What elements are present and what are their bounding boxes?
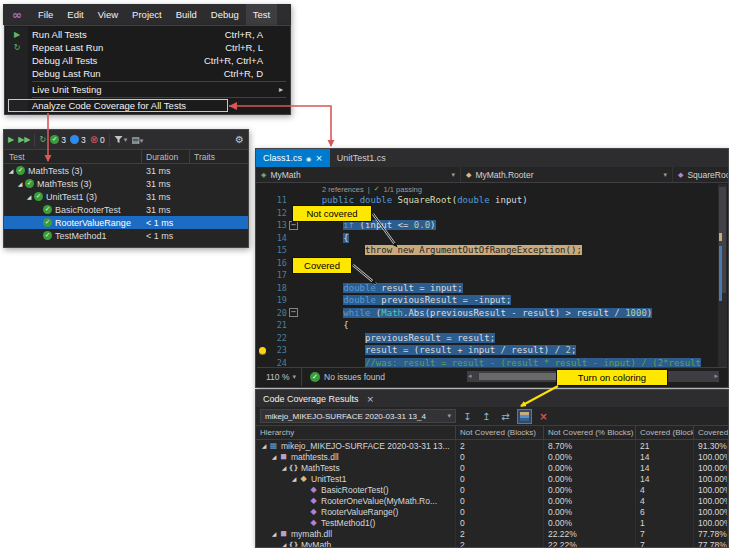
expander-icon[interactable]: ◢ <box>270 530 278 537</box>
close-icon[interactable]: × <box>315 153 323 163</box>
coverage-cell-covered_blocks: 14 <box>636 462 694 473</box>
coverage-row-mikejo-mikejo-surface-2020-03-31-13[interactable]: ◢▦mikejo_MIKEJO-SURFACE 2020-03-31 13...… <box>256 440 728 451</box>
menubar-item-view[interactable]: View <box>91 4 125 25</box>
zoom-level-dropdown[interactable]: 110 % ▾ <box>261 368 302 386</box>
scrollbar-thumb[interactable] <box>479 373 567 380</box>
panel-title[interactable]: Code Coverage Results <box>263 394 359 404</box>
menu-item-live-unit-testing[interactable]: Live Unit Testing▸ <box>5 83 290 96</box>
code-line-21[interactable]: 21 { <box>257 319 718 332</box>
coverage-row-mathtests-dll[interactable]: ◢◼mathtests.dll00.00%14100.00% <box>256 451 728 462</box>
code-line-15[interactable]: 15 throw new ArgumentOutOfRangeException… <box>257 244 718 257</box>
code-line-18[interactable]: 18 double result = input; <box>257 282 718 295</box>
codelens[interactable]: 2 references | ✓ 1/1 passing <box>257 184 718 194</box>
failed-tests-badge[interactable]: ⊗ 0 <box>90 135 105 145</box>
code-line-19[interactable]: 19 double previousResult = -input; <box>257 294 718 307</box>
column-header-test[interactable]: Test <box>4 150 142 163</box>
tab-unittest1-cs[interactable]: UnitTest1.cs <box>330 149 393 167</box>
test-row-mathtests-3[interactable]: ◢✓MathTests (3)31 ms <box>4 164 248 177</box>
line-number: 18 <box>267 283 287 293</box>
submenu-arrow-icon: ▸ <box>279 85 283 94</box>
menu-item-debug-all-tests[interactable]: Debug All TestsCtrl+R, Ctrl+A <box>5 54 290 67</box>
health-check-icon[interactable]: ✓ <box>310 372 320 382</box>
code-line-23[interactable]: 23 result = (result + input / result) / … <box>257 344 718 357</box>
code-token: while <box>343 308 370 318</box>
issues-status[interactable]: No issues found <box>324 372 385 382</box>
repeat-last-run-icon[interactable]: ↻ <box>39 135 46 144</box>
column-header-hierarchy[interactable]: Hierarchy <box>256 426 456 439</box>
column-header-covered-pct[interactable]: Covered (% <box>694 426 728 439</box>
coverage-row-mathtests[interactable]: ◢{}MathTests00.00%14100.00% <box>256 462 728 473</box>
codelens-passing[interactable]: 1/1 passing <box>384 185 422 194</box>
test-row-unittest1-3[interactable]: ◢✓UnitTest1 (3)31 ms <box>4 190 248 203</box>
menubar-item-test[interactable]: Test <box>246 4 277 25</box>
test-row-testmethod1[interactable]: ✓TestMethod1< 1 ms <box>4 229 248 242</box>
test-row-rootervaluerange[interactable]: ✓RooterValueRange< 1 ms <box>4 216 248 229</box>
column-header-covered-blocks[interactable]: Covered (Blocks) <box>636 426 694 439</box>
expander-icon[interactable]: ◢ <box>16 180 24 187</box>
coverage-row-name: ◢{}MathTests <box>256 462 456 473</box>
code-line-24[interactable]: 24 //was: result = result - (result * re… <box>257 357 718 368</box>
expander-icon[interactable]: ◢ <box>25 193 33 200</box>
remove-results-icon[interactable]: × <box>536 409 551 424</box>
scroll-left-icon[interactable]: ◂ <box>468 372 472 380</box>
coverage-cell-not_covered_pct: 0.00% <box>544 462 636 473</box>
expander-icon[interactable]: ◢ <box>270 453 278 460</box>
code-line-20[interactable]: 20− while (Math.Abs(previousResult - res… <box>257 307 718 320</box>
expander-icon[interactable]: ◢ <box>280 541 288 548</box>
expander-icon[interactable]: ◢ <box>7 167 15 174</box>
run-all-tests-icon[interactable]: ▶▶ <box>18 135 30 144</box>
fold-collapse-icon[interactable]: − <box>289 308 298 317</box>
expander-icon[interactable]: ◢ <box>290 475 298 482</box>
coverage-row-testmethod1[interactable]: ◆TestMethod1()00.00%1100.00% <box>256 517 728 528</box>
column-header-not-covered-blocks[interactable]: Not Covered (Blocks) <box>456 426 544 439</box>
coverage-report-dropdown[interactable]: mikejo_MIKEJO-SURFACE 2020-03-31 13_4 ▾ <box>260 409 456 423</box>
member-dropdown[interactable]: ◆ SquareRoot <box>673 167 728 182</box>
menubar-item-edit[interactable]: Edit <box>60 4 90 25</box>
coverage-row-rooteronevalue-mymath-ro[interactable]: ◆RooterOneValue(MyMath.Ro...00.00%4100.0… <box>256 495 728 506</box>
menubar-item-debug[interactable]: Debug <box>204 4 246 25</box>
export-results-icon[interactable]: ↥ <box>479 409 494 424</box>
coverage-row-mymath-dll[interactable]: ◢◼mymath.dll222.22%777.78% <box>256 528 728 539</box>
menubar-item-file[interactable]: File <box>31 4 60 25</box>
code-text: previousResult = result; <box>300 333 495 343</box>
column-header-traits[interactable]: Traits <box>190 152 248 162</box>
settings-gear-icon[interactable]: ⚙ <box>235 134 244 145</box>
coverage-row-basicrootertest[interactable]: ◆BasicRooterTest()00.00%4100.00% <box>256 484 728 495</box>
pin-icon[interactable]: ◉ <box>306 155 311 162</box>
run-tests-icon[interactable]: ▶ <box>8 135 14 144</box>
column-header-duration[interactable]: Duration <box>142 150 190 163</box>
column-header-not-covered-pct[interactable]: Not Covered (% Blocks) <box>544 426 636 439</box>
type-dropdown[interactable]: ◆ MyMath.Rooter ▾ <box>461 167 673 182</box>
import-results-icon[interactable]: ↧ <box>460 409 475 424</box>
menu-item-debug-last-run[interactable]: Debug Last RunCtrl+R, D <box>5 67 290 80</box>
passed-tests-badge[interactable]: ✓ 3 <box>50 135 66 145</box>
menu-item-run-all-tests[interactable]: ▶Run All TestsCtrl+R, A <box>5 28 290 41</box>
coverage-row-name: ◆BasicRooterTest() <box>256 484 456 495</box>
menu-item-repeat-last-run[interactable]: ↻Repeat Last RunCtrl+R, L <box>5 41 290 54</box>
coverage-row-mymath[interactable]: ◢{}MyMath222.22%777.78% <box>256 539 728 548</box>
other-tests-badge[interactable]: 3 <box>70 135 86 145</box>
expander-icon[interactable]: ◢ <box>280 464 288 471</box>
merge-results-icon[interactable]: ⇄ <box>498 409 513 424</box>
menubar-item-project[interactable]: Project <box>125 4 169 25</box>
filter-icon[interactable]: ▾ <box>114 135 128 144</box>
group-by-icon[interactable]: ▤▾ <box>131 135 143 145</box>
coverage-row-rootervaluerange[interactable]: ◆RooterValueRange()00.00%6100.00% <box>256 506 728 517</box>
codelens-references[interactable]: 2 references <box>322 185 364 194</box>
show-code-coverage-coloring-icon[interactable] <box>517 409 532 424</box>
coverage-row-unittest1[interactable]: ◢◆UnitTest100.00%14100.00% <box>256 473 728 484</box>
menubar-item-build[interactable]: Build <box>169 4 204 25</box>
editor-vertical-scrollbar[interactable] <box>718 184 727 367</box>
project-dropdown[interactable]: ◈ MyMath ▾ <box>256 167 461 182</box>
close-icon[interactable]: × <box>367 394 375 404</box>
expander-icon[interactable]: ◢ <box>260 442 268 449</box>
scroll-right-icon[interactable]: ▸ <box>714 372 718 380</box>
code-line-22[interactable]: 22 previousResult = result; <box>257 332 718 345</box>
test-row-mathtests-3[interactable]: ◢✓MathTests (3)31 ms <box>4 177 248 190</box>
lightbulb-icon[interactable] <box>259 347 266 354</box>
code-line-14[interactable]: 14 { <box>257 232 718 245</box>
fold-collapse-icon[interactable]: − <box>289 221 298 230</box>
menu-item-analyze-code-coverage-for-all-tests[interactable]: Analyze Code Coverage for All Tests <box>5 99 290 112</box>
tab-class1-cs[interactable]: Class1.cs ◉ × <box>256 149 330 167</box>
test-row-basicrootertest[interactable]: ✓BasicRooterTest31 ms <box>4 203 248 216</box>
